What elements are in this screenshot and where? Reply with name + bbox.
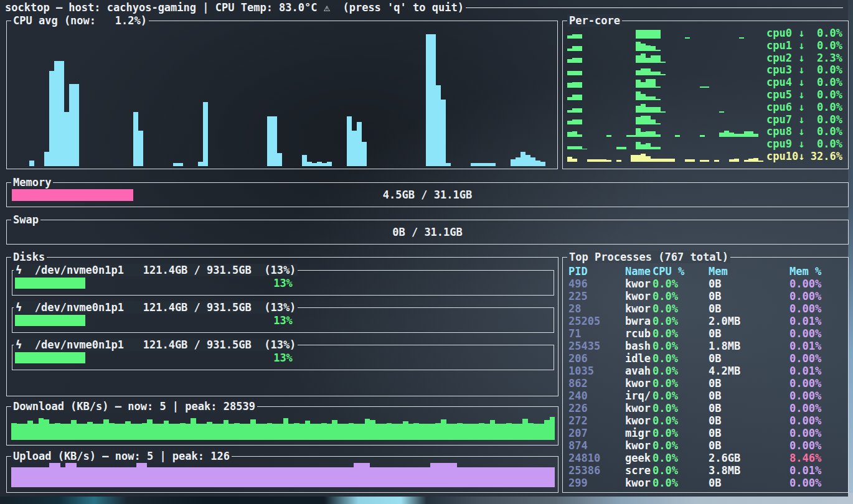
core-label: cpu9 ↓	[766, 138, 804, 151]
process-pid: 226	[568, 402, 625, 414]
history-bar	[103, 467, 109, 487]
process-pid: 299	[568, 477, 625, 489]
history-bar	[577, 95, 582, 100]
history-bar	[310, 467, 316, 487]
core-usage-value: 0.0%	[817, 40, 842, 52]
top-processes-title: Top Processes (767 total)	[567, 251, 730, 263]
history-bar	[337, 467, 343, 487]
terminal-window[interactable]: socktop — host: cachyos-gaming | CPU Tem…	[0, 0, 848, 497]
history-bar	[224, 420, 229, 440]
history-bar	[739, 134, 744, 137]
history-bar	[267, 467, 273, 487]
history-bar	[142, 423, 148, 440]
history-bar	[577, 82, 582, 88]
history-bar	[675, 135, 680, 137]
history-bar	[567, 59, 572, 63]
history-bar	[511, 159, 516, 166]
history-bar	[577, 58, 582, 63]
history-bar	[44, 467, 49, 487]
history-bar	[601, 159, 606, 162]
history-bar	[272, 424, 278, 440]
history-bar	[169, 467, 174, 487]
history-bar	[641, 82, 646, 88]
process-cpu: 0.0%	[653, 352, 709, 365]
history-bar	[506, 467, 512, 487]
history-bar	[207, 422, 212, 440]
history-bar	[69, 84, 74, 166]
core-usage-value: 0.0%	[817, 77, 842, 89]
history-bar	[408, 424, 414, 440]
history-bar	[539, 424, 544, 440]
history-bar	[656, 50, 661, 51]
history-bar	[719, 133, 724, 137]
core-row: cpu0 ↓0.0%	[563, 27, 848, 40]
history-bar	[435, 463, 441, 487]
history-bar	[700, 160, 705, 162]
process-cpu: 0.0%	[653, 377, 709, 390]
history-bar	[636, 55, 641, 63]
history-bar	[753, 134, 758, 137]
process-mem-percent: 0.01%	[789, 464, 848, 477]
history-bar	[245, 467, 251, 487]
process-cpu: 0.0%	[653, 390, 709, 402]
history-bar	[577, 108, 582, 113]
history-bar	[413, 423, 419, 440]
history-bar	[685, 37, 690, 39]
history-bar	[312, 163, 317, 166]
history-bar	[441, 100, 446, 166]
history-bar	[596, 159, 601, 162]
history-bar	[224, 467, 229, 487]
history-bar	[530, 157, 535, 166]
history-bar	[229, 467, 234, 487]
table-row: 28kwor0.0%0B0.00%	[563, 302, 848, 315]
history-bar	[196, 467, 202, 487]
process-table-header: PIDNameCPU %MemMem %	[563, 265, 848, 278]
process-mem: 0B	[709, 414, 789, 427]
core-row: cpu7 ↓0.0%	[563, 114, 848, 126]
history-bar	[71, 420, 77, 440]
history-bar	[479, 423, 484, 440]
history-bar	[307, 162, 312, 166]
process-mem-percent: 0.00%	[789, 278, 848, 290]
history-bar	[651, 72, 656, 75]
process-mem: 0B	[709, 439, 789, 452]
table-row: 299kwor0.0%0B0.00%	[563, 477, 848, 489]
process-name: kwor	[625, 414, 653, 427]
history-bar	[491, 163, 496, 166]
process-pid: 207	[568, 427, 625, 439]
history-bar	[646, 79, 651, 88]
disk-title: ϟ /dev/nvme0n1p1 121.4GB / 931.5GB (13%)	[14, 338, 298, 351]
process-cpu: 0.0%	[653, 439, 709, 452]
history-bar	[425, 467, 430, 487]
history-bar	[365, 463, 370, 487]
history-bar	[317, 162, 322, 166]
history-bar	[419, 467, 425, 487]
history-bar	[572, 159, 577, 161]
history-bar	[516, 157, 521, 166]
history-bar	[17, 424, 22, 440]
process-pid: 874	[568, 439, 625, 452]
history-bar	[641, 144, 646, 149]
history-bar	[288, 467, 294, 487]
history-bar	[316, 424, 321, 440]
history-bar	[517, 467, 522, 487]
history-bar	[180, 423, 186, 440]
history-bar	[218, 467, 224, 487]
history-bar	[661, 159, 666, 162]
process-mem-percent: 0.00%	[789, 427, 848, 439]
history-bar	[77, 424, 82, 440]
history-bar	[272, 467, 278, 487]
table-row: 496kwor0.0%0B0.00%	[563, 278, 848, 290]
history-bar	[517, 424, 522, 440]
history-bar	[11, 423, 17, 440]
history-bar	[651, 55, 656, 63]
history-bar	[636, 117, 641, 124]
history-bar	[305, 421, 311, 440]
process-pid: 496	[568, 278, 625, 290]
history-bar	[651, 46, 656, 51]
lightning-icon: ϟ	[16, 338, 35, 351]
history-bar	[636, 142, 641, 149]
history-bar	[120, 467, 126, 487]
history-bar	[666, 159, 671, 161]
history-bar	[277, 153, 282, 166]
